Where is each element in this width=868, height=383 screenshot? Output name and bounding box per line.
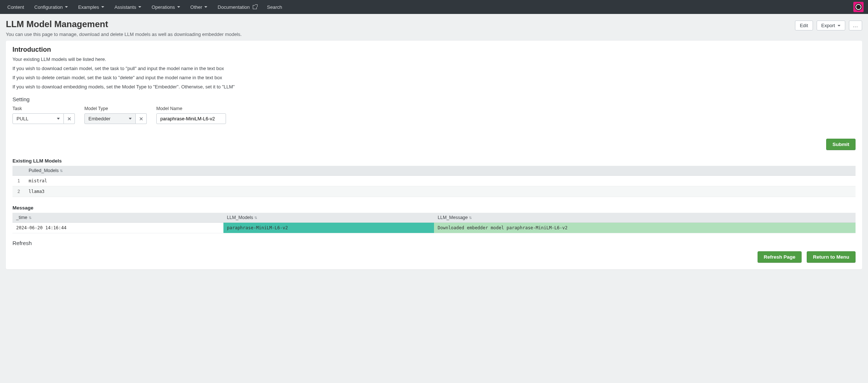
nav-label: Documentation xyxy=(218,4,249,10)
existing-models-section: Existing LLM Models Pulled_Models⇅ 1 mis… xyxy=(12,158,856,197)
pulled-model-cell: llama3 xyxy=(25,186,856,197)
time-header[interactable]: _time⇅ xyxy=(12,213,223,223)
nav-item-configuration[interactable]: Configuration xyxy=(29,0,73,14)
more-actions-button[interactable]: ... xyxy=(849,21,862,30)
chevron-down-icon xyxy=(204,6,207,8)
submit-row: Submit xyxy=(12,139,856,150)
setting-heading: Setting xyxy=(12,96,856,102)
main-panel: Introduction Your existing LLM models wi… xyxy=(6,41,862,269)
close-icon: ✕ xyxy=(139,116,143,122)
external-link-icon xyxy=(253,5,257,9)
row-index: 1 xyxy=(12,176,25,186)
refresh-section: Refresh Refresh Page Return to Menu xyxy=(12,240,856,263)
nav-item-other[interactable]: Other xyxy=(185,0,213,14)
sort-icon: ⇅ xyxy=(254,216,257,220)
button-label: Edit xyxy=(800,23,808,28)
nav-item-search[interactable]: Search xyxy=(262,0,287,14)
column-label: LLM_Models xyxy=(227,215,254,220)
button-label: ... xyxy=(853,23,858,28)
message-table: _time⇅ LLM_Models⇅ LLM_Message⇅ 2024-06-… xyxy=(12,213,856,233)
llm-message-header[interactable]: LLM_Message⇅ xyxy=(434,213,856,223)
chevron-down-icon xyxy=(138,6,141,8)
return-to-menu-button[interactable]: Return to Menu xyxy=(807,251,856,263)
page-title: LLM Model Management xyxy=(6,19,242,29)
page-header-text: LLM Model Management You can use this pa… xyxy=(6,19,242,37)
task-select-wrap: PULL ✕ xyxy=(12,113,75,124)
column-label: Pulled_Models xyxy=(29,168,59,173)
intro-line: If you wish to download certain model, s… xyxy=(12,66,856,71)
modelname-label: Model Name xyxy=(156,106,226,111)
refresh-heading: Refresh xyxy=(12,240,856,246)
button-label: Export xyxy=(821,23,835,28)
chevron-down-icon xyxy=(838,25,840,26)
message-section: Message _time⇅ LLM_Models⇅ LLM_Message⇅ xyxy=(12,205,856,233)
llm-models-cell: paraphrase-MiniLM-L6-v2 xyxy=(223,223,434,233)
nav-right xyxy=(853,2,866,12)
intro-line: If you wish to delete certain model, set… xyxy=(12,75,856,80)
llm-message-cell: Downloaded embedder model paraphrase-Min… xyxy=(434,223,856,233)
modeltype-clear-button[interactable]: ✕ xyxy=(136,113,147,124)
modeltype-group: Model Type Embedder ✕ xyxy=(84,106,147,124)
button-label: Return to Menu xyxy=(813,254,849,260)
time-cell: 2024-06-20 14:16:44 xyxy=(12,223,223,233)
nav-item-content[interactable]: Content xyxy=(2,0,29,14)
chevron-down-icon xyxy=(101,6,104,8)
task-select[interactable]: PULL xyxy=(12,113,64,124)
modeltype-select-value: Embedder xyxy=(88,116,110,121)
modelname-input[interactable] xyxy=(156,113,226,124)
pulled-models-header[interactable]: Pulled_Models⇅ xyxy=(25,166,856,176)
introduction-heading: Introduction xyxy=(12,46,856,54)
task-select-value: PULL xyxy=(17,116,29,121)
introduction-section: Introduction Your existing LLM models wi… xyxy=(12,46,856,90)
task-clear-button[interactable]: ✕ xyxy=(64,113,75,124)
setting-section: Setting Task PULL ✕ Model Type xyxy=(12,96,856,150)
bottom-actions: Refresh Page Return to Menu xyxy=(12,251,856,263)
nav-item-examples[interactable]: Examples xyxy=(73,0,109,14)
llm-models-header[interactable]: LLM_Models⇅ xyxy=(223,213,434,223)
nav-label: Other xyxy=(190,4,203,10)
chevron-down-icon xyxy=(177,6,180,8)
refresh-page-button[interactable]: Refresh Page xyxy=(758,251,802,263)
edit-button[interactable]: Edit xyxy=(795,21,813,30)
chevron-down-icon xyxy=(65,6,68,8)
chevron-down-icon xyxy=(129,118,132,120)
nav-label: Operations xyxy=(152,4,175,10)
top-navbar: Content Configuration Examples Assistant… xyxy=(0,0,868,14)
submit-button[interactable]: Submit xyxy=(826,139,856,150)
button-label: Refresh Page xyxy=(764,254,795,260)
close-icon: ✕ xyxy=(67,116,72,122)
row-index: 2 xyxy=(12,186,25,197)
table-row: 2024-06-20 14:16:44 paraphrase-MiniLM-L6… xyxy=(12,223,856,233)
column-label: LLM_Message xyxy=(438,215,468,220)
modeltype-label: Model Type xyxy=(84,106,147,111)
nav-label: Examples xyxy=(78,4,99,10)
task-label: Task xyxy=(12,106,75,111)
nav-item-assistants[interactable]: Assistants xyxy=(109,0,146,14)
nav-item-documentation[interactable]: Documentation xyxy=(212,0,262,14)
modeltype-select-wrap: Embedder ✕ xyxy=(84,113,147,124)
column-label: _time xyxy=(16,215,28,220)
task-group: Task PULL ✕ xyxy=(12,106,75,124)
sort-icon: ⇅ xyxy=(60,169,63,173)
button-label: Submit xyxy=(832,142,849,147)
modeltype-select[interactable]: Embedder xyxy=(84,113,136,124)
avatar-icon xyxy=(855,3,862,11)
avatar[interactable] xyxy=(853,2,864,12)
export-button[interactable]: Export xyxy=(817,21,846,30)
nav-left: Content Configuration Examples Assistant… xyxy=(2,0,287,14)
table-row: 2 llama3 xyxy=(12,186,856,197)
sort-icon: ⇅ xyxy=(29,216,32,220)
existing-models-heading: Existing LLM Models xyxy=(12,158,856,164)
modelname-group: Model Name xyxy=(156,106,226,124)
intro-line: Your existing LLM models will be listed … xyxy=(12,56,856,62)
page-description: You can use this page to manage, downloa… xyxy=(6,32,242,37)
nav-label: Assistants xyxy=(114,4,136,10)
table-index-header xyxy=(12,166,25,176)
setting-form-row: Task PULL ✕ Model Type Embedder xyxy=(12,106,856,124)
nav-item-operations[interactable]: Operations xyxy=(146,0,185,14)
chevron-down-icon xyxy=(57,118,60,120)
message-heading: Message xyxy=(12,205,856,211)
nav-label: Content xyxy=(7,4,24,10)
nav-label: Configuration xyxy=(34,4,63,10)
sort-icon: ⇅ xyxy=(469,216,472,220)
